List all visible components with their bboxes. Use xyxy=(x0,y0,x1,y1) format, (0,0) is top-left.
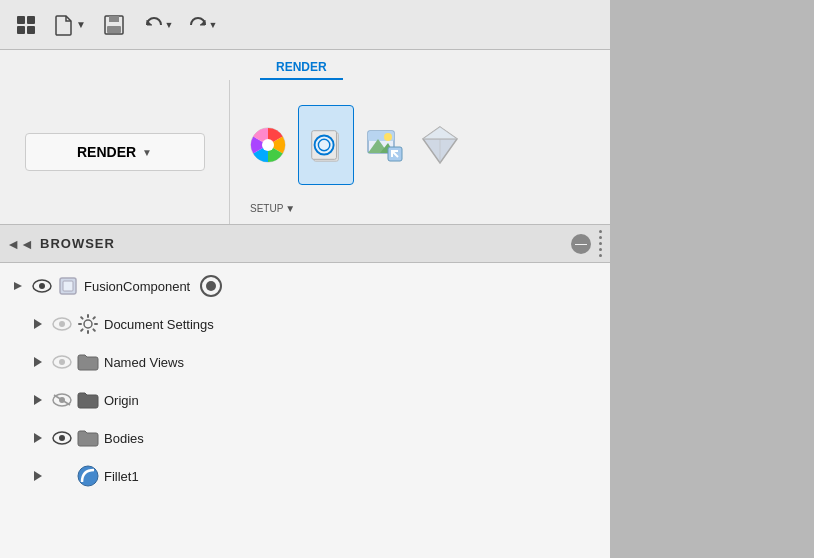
fillet1-label: Fillet1 xyxy=(104,469,139,484)
image-output-tool[interactable] xyxy=(358,110,410,180)
origin-folder-icon xyxy=(76,388,100,412)
setup-section: SETUP ▼ xyxy=(230,80,665,224)
expand-bodies[interactable] xyxy=(28,428,48,448)
right-canvas-area xyxy=(610,0,814,558)
browser-resize-handle[interactable] xyxy=(599,230,602,257)
render-dropdown-arrow: ▼ xyxy=(142,147,152,158)
browser-collapse-button[interactable]: — xyxy=(571,234,591,254)
tree-container: FusionComponent xyxy=(0,263,610,499)
svg-point-56 xyxy=(78,466,98,486)
svg-rect-40 xyxy=(63,281,73,291)
gear-icon xyxy=(76,312,100,336)
tree-item-named-views[interactable]: Named Views xyxy=(0,343,610,381)
tree-item-fillet1[interactable]: Fillet1 xyxy=(0,457,610,495)
fillet1-icon xyxy=(76,464,100,488)
tree-item-origin[interactable]: Origin xyxy=(0,381,610,419)
visibility-fusion-component[interactable] xyxy=(30,274,54,298)
bodies-folder-icon xyxy=(76,426,100,450)
named-views-label: Named Views xyxy=(104,355,184,370)
apps-icon[interactable] xyxy=(8,7,44,43)
tree-item-document-settings[interactable]: Document Settings xyxy=(0,305,610,343)
redo-icon-btn[interactable]: ▼ xyxy=(184,7,220,43)
tab-render[interactable]: RENDER xyxy=(260,56,343,80)
browser-back-button[interactable]: ◄◄ xyxy=(8,232,32,256)
visibility-bodies[interactable] xyxy=(50,426,74,450)
svg-point-47 xyxy=(59,359,65,365)
svg-rect-0 xyxy=(17,16,25,24)
visibility-document-settings[interactable] xyxy=(50,312,74,336)
undo-icon-btn[interactable]: ▼ xyxy=(140,7,176,43)
svg-marker-55 xyxy=(34,471,42,481)
visibility-origin[interactable] xyxy=(50,388,74,412)
expand-fillet1[interactable] xyxy=(28,466,48,486)
save-icon-btn[interactable] xyxy=(96,7,132,43)
expand-document-settings[interactable] xyxy=(28,314,48,334)
bodies-label: Bodies xyxy=(104,431,144,446)
origin-label: Origin xyxy=(104,393,139,408)
setup-section-label: SETUP ▼ xyxy=(242,201,303,216)
svg-marker-48 xyxy=(34,395,42,405)
render-button-label: RENDER xyxy=(77,144,136,160)
record-dot xyxy=(206,281,216,291)
svg-rect-3 xyxy=(27,26,35,34)
svg-rect-2 xyxy=(17,26,25,34)
svg-point-44 xyxy=(84,320,92,328)
tree-item-bodies[interactable]: Bodies xyxy=(0,419,610,457)
document-settings-label: Document Settings xyxy=(104,317,214,332)
render-setup-icon xyxy=(306,125,346,165)
browser-header: ◄◄ BROWSER — xyxy=(0,225,610,263)
expand-origin[interactable] xyxy=(28,390,48,410)
svg-line-51 xyxy=(54,395,70,405)
svg-point-43 xyxy=(59,321,65,327)
svg-point-54 xyxy=(59,435,65,441)
diamond-icon xyxy=(420,125,460,165)
svg-marker-45 xyxy=(34,357,42,367)
browser-title: BROWSER xyxy=(40,236,563,251)
svg-marker-41 xyxy=(34,319,42,329)
render-setup-tool[interactable] xyxy=(298,105,354,185)
file-icon-btn[interactable]: ▼ xyxy=(52,7,88,43)
svg-point-12 xyxy=(315,135,334,154)
render-main-button[interactable]: RENDER ▼ xyxy=(25,133,205,171)
expand-fusion-component[interactable] xyxy=(8,276,28,296)
fusion-component-label: FusionComponent xyxy=(84,279,190,294)
expand-named-views[interactable] xyxy=(28,352,48,372)
svg-point-38 xyxy=(39,283,45,289)
record-button[interactable] xyxy=(200,275,222,297)
color-wheel-icon xyxy=(248,125,288,165)
browser-panel: ◄◄ BROWSER — xyxy=(0,225,610,558)
svg-point-18 xyxy=(384,133,392,141)
svg-marker-36 xyxy=(14,282,22,290)
svg-rect-1 xyxy=(27,16,35,24)
image-output-icon xyxy=(364,125,404,165)
svg-point-8 xyxy=(262,139,274,151)
unlit-tool[interactable] xyxy=(414,110,466,180)
setup-tools-row xyxy=(242,88,466,201)
svg-rect-5 xyxy=(109,16,119,22)
svg-rect-6 xyxy=(107,26,121,33)
svg-marker-22 xyxy=(423,127,457,139)
tree-item-fusion-component[interactable]: FusionComponent xyxy=(0,267,610,305)
visibility-named-views[interactable] xyxy=(50,350,74,374)
color-wheel-tool[interactable] xyxy=(242,110,294,180)
named-views-folder-icon xyxy=(76,350,100,374)
svg-marker-52 xyxy=(34,433,42,443)
render-button-panel: RENDER ▼ xyxy=(0,80,230,224)
component-icon xyxy=(56,274,80,298)
